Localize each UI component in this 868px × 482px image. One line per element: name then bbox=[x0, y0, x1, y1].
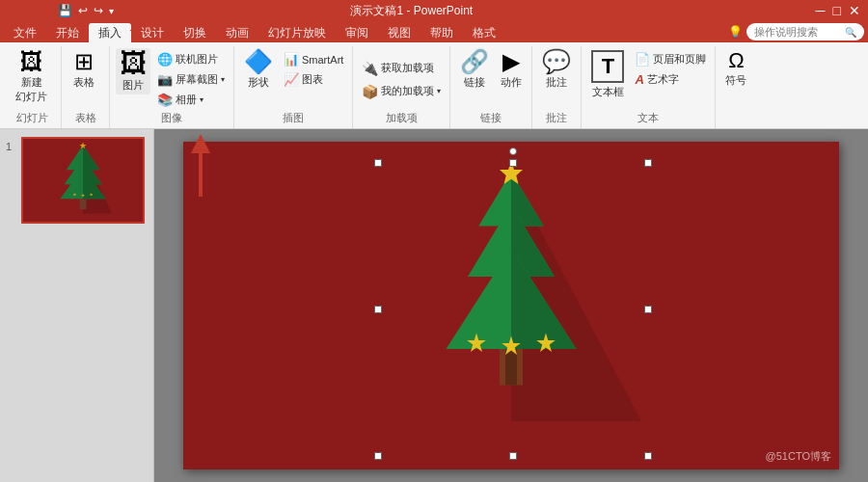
ribbon-bar: 🖼 新建幻灯片 幻灯片 ⊞ 表格 表格 🖼 图片 ↓ bbox=[0, 42, 868, 129]
album-button[interactable]: 📚 相册 ▾ bbox=[154, 91, 228, 109]
customize-icon[interactable]: ▾ bbox=[109, 6, 114, 16]
symbol-button[interactable]: Ω 符号 bbox=[721, 48, 750, 90]
get-addins-icon: 🔌 bbox=[362, 61, 378, 76]
group-links-label: 链接 bbox=[456, 109, 526, 128]
my-addins-button[interactable]: 📦 我的加载项 ▾ bbox=[359, 82, 444, 101]
quick-access-toolbar: 💾 ↩ ↪ ▾ bbox=[58, 4, 114, 17]
header-footer-icon: 📄 bbox=[635, 52, 650, 67]
comment-button[interactable]: 💬 批注 bbox=[538, 48, 575, 92]
link-button[interactable]: 🔗 链接 bbox=[456, 48, 493, 92]
addins-dropdown-icon: ▾ bbox=[437, 87, 441, 95]
picture-label: 图片 bbox=[122, 78, 144, 93]
group-links: 🔗 链接 ▶ 动作 链接 bbox=[450, 46, 532, 128]
table-button[interactable]: ⊞ 表格 bbox=[68, 48, 100, 92]
help-search-input[interactable] bbox=[754, 26, 841, 38]
group-slides: 🖼 新建幻灯片 幻灯片 bbox=[4, 46, 62, 128]
group-symbol: Ω 符号 bbox=[716, 46, 756, 128]
slide-canvas[interactable]: @51CTO博客 bbox=[183, 142, 839, 469]
christmas-tree-svg[interactable] bbox=[366, 151, 656, 460]
screenshot-button[interactable]: 📷 屏幕截图 ▾ bbox=[154, 70, 228, 89]
symbol-label: 符号 bbox=[725, 73, 746, 88]
table-label: 表格 bbox=[73, 75, 95, 90]
action-label: 动作 bbox=[501, 75, 522, 90]
get-addins-label: 获取加载项 bbox=[381, 61, 434, 75]
group-table: ⊞ 表格 表格 bbox=[62, 46, 110, 128]
chart-button[interactable]: 📈 图表 bbox=[281, 70, 346, 89]
handle-mid-left[interactable] bbox=[374, 306, 382, 313]
smartart-button[interactable]: 📊 SmartArt bbox=[281, 50, 346, 68]
wordart-label: 艺术字 bbox=[647, 72, 679, 87]
tab-animation[interactable]: 动画 bbox=[216, 23, 258, 42]
close-button[interactable]: ✕ bbox=[849, 3, 860, 18]
my-addins-icon: 📦 bbox=[362, 84, 378, 99]
picture-icon: 🖼 bbox=[120, 50, 147, 77]
group-addins: 🔌 获取加载项 📦 我的加载项 ▾ 加载项 bbox=[353, 46, 450, 128]
handle-bot-mid[interactable] bbox=[509, 452, 517, 460]
album-dropdown-icon: ▾ bbox=[200, 95, 203, 104]
textbox-icon: T bbox=[591, 50, 624, 83]
shapes-button[interactable]: 🔷 形状 bbox=[240, 48, 277, 92]
header-footer-button[interactable]: 📄 页眉和页脚 bbox=[632, 50, 709, 68]
group-addins-label: 加载项 bbox=[359, 109, 444, 128]
tab-view[interactable]: 视图 bbox=[378, 23, 420, 42]
online-picture-button[interactable]: 🌐 联机图片 bbox=[154, 50, 228, 68]
header-footer-label: 页眉和页脚 bbox=[653, 52, 706, 67]
link-label: 链接 bbox=[464, 75, 485, 90]
new-slide-button[interactable]: 🖼 新建幻灯片 bbox=[10, 48, 53, 106]
tab-transition[interactable]: 切换 bbox=[174, 23, 216, 42]
canvas-area: @51CTO博客 bbox=[154, 129, 868, 482]
red-arrow-line bbox=[132, 0, 135, 17]
handle-mid-right[interactable] bbox=[644, 306, 652, 313]
chart-icon: 📈 bbox=[284, 72, 299, 87]
group-comments-label: 批注 bbox=[538, 109, 575, 128]
maximize-button[interactable]: □ bbox=[833, 3, 841, 18]
shapes-icon: 🔷 bbox=[244, 50, 273, 73]
save-icon[interactable]: 💾 bbox=[58, 4, 72, 17]
link-icon: 🔗 bbox=[460, 50, 489, 73]
handle-top-left[interactable] bbox=[374, 159, 382, 167]
tab-start[interactable]: 开始 bbox=[46, 23, 89, 42]
album-label: 相册 bbox=[176, 93, 197, 107]
new-slide-label: 新建幻灯片 bbox=[15, 75, 47, 104]
svg-rect-8 bbox=[80, 199, 87, 209]
action-button[interactable]: ▶ 动作 bbox=[497, 48, 526, 92]
lightbulb-icon: 💡 bbox=[728, 25, 743, 39]
tab-slideshow[interactable]: 幻灯片放映 bbox=[258, 23, 336, 42]
picture-button[interactable]: 🖼 图片 ↓ ↑ bbox=[116, 48, 150, 94]
chart-label: 图表 bbox=[302, 72, 323, 87]
smartart-icon: 📊 bbox=[284, 52, 299, 67]
tab-file[interactable]: 文件 bbox=[4, 23, 46, 42]
screenshot-label: 屏幕截图 bbox=[176, 72, 218, 87]
screenshot-icon: 📷 bbox=[157, 72, 173, 87]
online-pic-label: 联机图片 bbox=[176, 52, 218, 67]
group-comments: 💬 批注 批注 bbox=[532, 46, 582, 128]
help-search-box[interactable]: 🔍 bbox=[746, 23, 864, 40]
wordart-button[interactable]: A 艺术字 bbox=[632, 70, 709, 89]
album-icon: 📚 bbox=[157, 93, 173, 107]
table-icon: ⊞ bbox=[74, 50, 94, 73]
help-search-area: 💡 🔍 bbox=[728, 23, 864, 42]
rotation-handle[interactable] bbox=[509, 147, 517, 155]
textbox-button[interactable]: T 文本框 bbox=[587, 48, 628, 101]
group-text: T 文本框 📄 页眉和页脚 A 艺术字 文本 bbox=[582, 46, 716, 128]
tab-review[interactable]: 审阅 bbox=[336, 23, 378, 42]
handle-top-right[interactable] bbox=[644, 159, 652, 167]
slide-thumbnail[interactable] bbox=[21, 137, 145, 224]
group-text-label: 文本 bbox=[587, 109, 709, 128]
handle-bot-left[interactable] bbox=[374, 452, 382, 460]
get-addins-button[interactable]: 🔌 获取加载项 bbox=[359, 59, 444, 78]
handle-bot-right[interactable] bbox=[644, 452, 652, 460]
redo-icon[interactable]: ↪ bbox=[94, 4, 103, 17]
tab-insert[interactable]: 插入 bbox=[89, 23, 131, 42]
shapes-label: 形状 bbox=[248, 75, 269, 90]
group-illustrations: 🔷 形状 📊 SmartArt 📈 图表 插图 bbox=[234, 46, 353, 128]
undo-icon[interactable]: ↩ bbox=[78, 4, 88, 17]
tab-format[interactable]: 格式 bbox=[463, 23, 505, 42]
comment-icon: 💬 bbox=[542, 50, 571, 73]
minimize-button[interactable]: ─ bbox=[816, 3, 826, 18]
textbox-label: 文本框 bbox=[592, 85, 624, 99]
group-illustrations-label: 插图 bbox=[240, 109, 346, 128]
handle-top-mid[interactable] bbox=[509, 159, 517, 167]
tab-help[interactable]: 帮助 bbox=[420, 23, 463, 42]
watermark: @51CTO博客 bbox=[766, 449, 831, 464]
